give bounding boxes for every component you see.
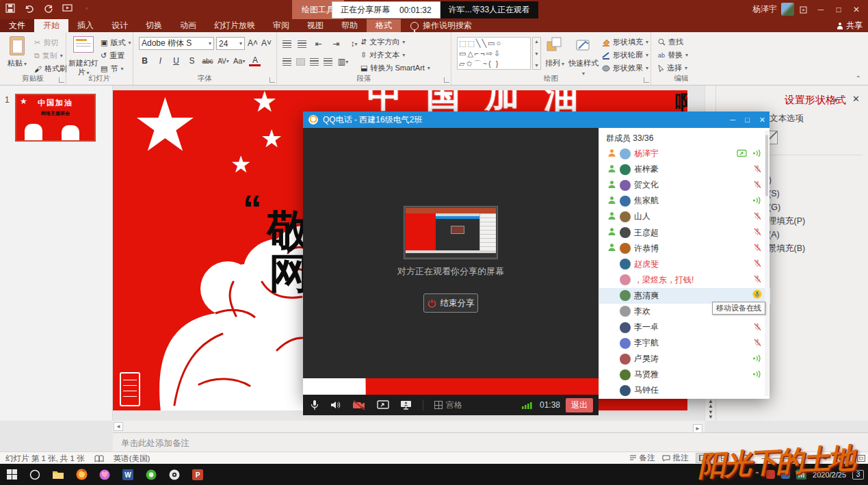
steam-taskbar-icon[interactable]: [163, 464, 186, 485]
speaking-icon[interactable]: [752, 369, 762, 381]
muted-mic-icon[interactable]: [753, 337, 762, 350]
sharing-screen-icon[interactable]: [737, 148, 747, 160]
notes-area[interactable]: 单击此处添加备注: [113, 432, 868, 451]
increase-indent-icon[interactable]: ⇥: [330, 38, 342, 50]
paste-button[interactable]: 粘贴 ▾: [1, 36, 33, 68]
member-row[interactable]: 贺文化: [599, 177, 770, 193]
word-taskbar-icon[interactable]: W: [116, 464, 140, 485]
ribbon-tab-4[interactable]: 切换: [137, 19, 171, 32]
slide-sorter-view-button[interactable]: [718, 453, 733, 463]
paragraph-dialog-launcher[interactable]: [444, 77, 449, 83]
member-row[interactable]: 马钟任: [599, 382, 770, 398]
tell-me-search[interactable]: 操作说明搜索: [401, 19, 482, 32]
new-slide-button[interactable]: 新建幻灯片 ▾: [68, 36, 99, 77]
qq-minimize-button[interactable]: ─: [730, 116, 735, 124]
numbering-icon[interactable]: [298, 40, 306, 48]
shape-effects-button[interactable]: 形状效果▾: [602, 63, 648, 73]
copy-button[interactable]: ⧉ 复制▾: [34, 51, 67, 61]
align-right-icon[interactable]: [310, 58, 319, 66]
customize-qat-icon[interactable]: ◦: [81, 2, 93, 14]
drawing-dialog-launcher[interactable]: [644, 77, 649, 83]
speaking-icon[interactable]: [752, 148, 762, 160]
pane-options-icon[interactable]: ▼: [832, 96, 839, 104]
member-row[interactable]: 赵虎斐: [599, 257, 770, 272]
decrease-indent-icon[interactable]: ⇤: [313, 38, 324, 50]
file-explorer-taskbar-icon[interactable]: [47, 464, 70, 485]
member-row[interactable]: 李宇航: [599, 335, 770, 351]
member-row[interactable]: 焦家航: [599, 193, 770, 209]
shape-fill-button[interactable]: 形状填充▾: [602, 37, 648, 47]
tray-m-icon[interactable]: M: [796, 469, 806, 480]
shapes-gallery[interactable]: ⬚⬚╲╲▭○ ▭△⌐¬⇨⇩ ▱✩⌒~{ }: [457, 37, 531, 70]
language-indicator[interactable]: 英语(美国): [114, 454, 150, 464]
muted-mic-icon[interactable]: [753, 322, 762, 334]
tray-app-icon[interactable]: [766, 470, 775, 479]
muted-mic-icon[interactable]: [753, 163, 762, 176]
save-icon[interactable]: [4, 2, 16, 14]
ribbon-tab-9[interactable]: 帮助: [332, 19, 367, 32]
horizontal-scrollbar[interactable]: ◄ ►: [113, 421, 705, 432]
next-slide-button[interactable]: ▼▼: [707, 410, 715, 419]
member-row[interactable]: 杨泽宇: [599, 146, 770, 161]
mobile-device-icon[interactable]: [752, 289, 762, 302]
powerpoint-taskbar-icon[interactable]: P: [186, 464, 209, 485]
pane-close-icon[interactable]: ✕: [852, 94, 860, 104]
member-row[interactable]: 马贤雅: [599, 367, 770, 382]
text-direction-button[interactable]: ⇵ 文字方向▾: [360, 37, 430, 47]
qq-close-button[interactable]: ✕: [759, 116, 765, 124]
clipboard-dialog-launcher[interactable]: [59, 77, 64, 83]
collapse-ribbon-icon[interactable]: ⌃: [856, 75, 861, 82]
scroll-left-button[interactable]: ◄: [114, 422, 123, 431]
exit-call-button[interactable]: 退出: [566, 398, 593, 412]
redo-icon[interactable]: [42, 2, 55, 14]
ribbon-tab-3[interactable]: 设计: [103, 19, 137, 32]
slide-thumbnail[interactable]: ★ 中国加油 网络主题班会: [15, 94, 96, 142]
qq-maximize-button[interactable]: □: [745, 116, 750, 124]
taskbar-date[interactable]: 2020/2/25: [813, 471, 846, 479]
justify-icon[interactable]: [324, 58, 332, 66]
shape-outline-button[interactable]: 形状轮廓▾: [602, 50, 648, 60]
columns-icon[interactable]: ▥▾: [337, 55, 349, 68]
member-row[interactable]: ，梁煜东，打钱!: [599, 272, 770, 288]
fit-slide-icon[interactable]: [857, 455, 865, 462]
bold-button[interactable]: B: [139, 55, 150, 67]
align-text-button[interactable]: ⇳ 对齐文本▾: [360, 50, 430, 60]
qq-title-bar[interactable]: QQ电话 - 西建16级电气2班 ─ □ ✕: [303, 112, 770, 128]
tray-expand-icon[interactable]: ⌃: [754, 471, 760, 478]
ribbon-tab-8[interactable]: 视图: [298, 19, 332, 32]
muted-mic-icon[interactable]: [753, 242, 762, 254]
muted-mic-icon[interactable]: [753, 179, 762, 192]
zoom-slider[interactable]: [772, 458, 816, 459]
presenter-icon[interactable]: [400, 400, 412, 410]
minimize-button[interactable]: ─: [812, 0, 830, 19]
speaking-icon[interactable]: [752, 353, 762, 365]
share-screen-icon[interactable]: [377, 400, 389, 410]
camera-off-icon[interactable]: [352, 400, 366, 410]
close-button[interactable]: ✕: [847, 0, 865, 19]
comments-toggle[interactable]: 批注: [662, 453, 689, 463]
ribbon-tab-10[interactable]: 格式: [367, 19, 401, 32]
normal-view-button[interactable]: [696, 453, 711, 463]
start-slideshow-icon[interactable]: [62, 2, 74, 14]
ribbon-tab-0[interactable]: 文件: [0, 19, 34, 32]
microphone-icon[interactable]: [310, 399, 319, 410]
shadow-button[interactable]: S: [186, 55, 198, 67]
change-case-button[interactable]: Aa▾: [233, 55, 245, 67]
arrange-button[interactable]: 排列 ▾: [543, 36, 566, 68]
align-left-icon[interactable]: [282, 58, 291, 66]
ribbon-display-options-icon[interactable]: [794, 0, 812, 19]
line-spacing-icon[interactable]: ↕▾: [348, 38, 360, 50]
shrink-font-button[interactable]: A˅: [261, 37, 272, 49]
grow-font-button[interactable]: A˄: [247, 37, 259, 49]
underline-button[interactable]: U: [170, 55, 182, 67]
muted-mic-icon[interactable]: [753, 274, 762, 286]
member-row[interactable]: 山人: [599, 209, 770, 224]
speaking-icon[interactable]: [752, 195, 762, 207]
member-list-scrollbar[interactable]: [765, 131, 769, 396]
format-painter-button[interactable]: 🖌 格式刷: [34, 64, 67, 74]
section-button[interactable]: ▤ 节▾: [101, 64, 131, 74]
replace-button[interactable]: ab 替换▾: [658, 50, 688, 60]
member-row[interactable]: 卢昊涛: [599, 351, 770, 367]
ribbon-tab-6[interactable]: 幻灯片放映: [205, 19, 264, 32]
ribbon-tab-1[interactable]: 开始: [34, 19, 68, 32]
